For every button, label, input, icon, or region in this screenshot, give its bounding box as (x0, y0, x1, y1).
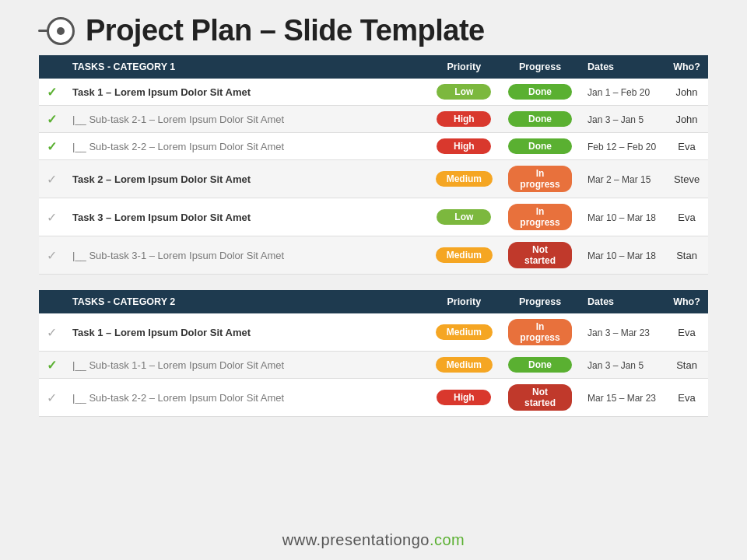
table-2: TASKS - CATEGORY 2 Priority Progress Dat… (39, 290, 708, 417)
footer: www.presentationgo.com (0, 531, 747, 549)
table-1-header-row: TASKS - CATEGORY 1 Priority Progress Dat… (39, 55, 708, 79)
check-icon-grey: ✓ (47, 211, 57, 224)
col-who-header-2: Who? (665, 290, 708, 313)
who-cell: Eva (665, 379, 708, 417)
priority-badge: Medium (436, 247, 493, 263)
task-name: Task 1 – Lorem Ipsum Dolor Sit Amet (72, 327, 251, 338)
task-name-cell: Task 1 – Lorem Ipsum Dolor Sit Amet (65, 313, 428, 352)
progress-badge: In progress (508, 204, 572, 230)
who-cell: Steve (665, 160, 708, 198)
who-text: Eva (678, 141, 695, 152)
progress-badge: Not started (508, 384, 572, 411)
dates-cell: Mar 15 – Mar 23 (580, 379, 665, 417)
who-cell: John (665, 106, 708, 133)
content: TASKS - CATEGORY 1 Priority Progress Dat… (0, 55, 747, 417)
priority-cell: High (428, 133, 500, 160)
progress-cell: Done (500, 106, 580, 133)
task-name: Task 3 – Lorem Ipsum Dolor Sit Amet (72, 212, 251, 223)
check-icon-green: ✓ (47, 140, 57, 153)
col-dates-header: Dates (580, 55, 665, 79)
progress-cell: Done (500, 79, 580, 106)
check-icon-green: ✓ (47, 86, 57, 99)
who-text: Steve (674, 173, 700, 185)
page-title: Project Plan – Slide Template (86, 14, 485, 47)
task-name-cell: |__ Sub-task 2-2 – Lorem Ipsum Dolor Sit… (65, 133, 428, 160)
check-cell: ✓ (39, 106, 65, 133)
who-cell: Stan (665, 352, 708, 379)
task-name-cell: |__ Sub-task 3-1 – Lorem Ipsum Dolor Sit… (65, 236, 428, 275)
task-name-cell: Task 2 – Lorem Ipsum Dolor Sit Amet (65, 160, 428, 198)
table-section-1: TASKS - CATEGORY 1 Priority Progress Dat… (39, 55, 708, 275)
table-row: ✓Task 2 – Lorem Ipsum Dolor Sit AmetMedi… (39, 160, 708, 198)
dates-text: Jan 3 – Jan 5 (587, 114, 644, 125)
progress-badge: Done (508, 138, 572, 154)
task-name-cell: |__ Sub-task 2-2 – Lorem Ipsum Dolor Sit… (65, 379, 428, 417)
progress-cell: In progress (500, 198, 580, 236)
col-task-header-2: TASKS - CATEGORY 2 (65, 290, 428, 313)
progress-cell: Done (500, 133, 580, 160)
priority-badge: Medium (436, 357, 493, 373)
col-who-header: Who? (665, 55, 708, 79)
check-cell: ✓ (39, 79, 65, 106)
who-text: Stan (676, 359, 697, 371)
dates-text: Jan 3 – Jan 5 (587, 360, 644, 371)
table-row: ✓|__ Sub-task 2-2 – Lorem Ipsum Dolor Si… (39, 133, 708, 160)
dates-cell: Jan 1 – Feb 20 (580, 79, 665, 106)
check-cell: ✓ (39, 198, 65, 236)
dates-cell: Jan 3 – Jan 5 (580, 352, 665, 379)
check-icon-grey: ✓ (47, 326, 57, 339)
dates-text: Mar 15 – Mar 23 (587, 393, 656, 404)
col-check-header (39, 55, 65, 79)
col-dates-header-2: Dates (580, 290, 665, 313)
priority-cell: Medium (428, 160, 500, 198)
table-row: ✓Task 3 – Lorem Ipsum Dolor Sit AmetLowI… (39, 198, 708, 236)
progress-badge: Done (508, 357, 572, 373)
col-check-header-2 (39, 290, 65, 313)
check-cell: ✓ (39, 133, 65, 160)
table-row: ✓|__ Sub-task 1-1 – Lorem Ipsum Dolor Si… (39, 352, 708, 379)
table-row: ✓|__ Sub-task 3-1 – Lorem Ipsum Dolor Si… (39, 236, 708, 275)
priority-badge: Low (437, 84, 491, 100)
priority-cell: High (428, 106, 500, 133)
table-row: ✓|__ Sub-task 2-1 – Lorem Ipsum Dolor Si… (39, 106, 708, 133)
priority-badge: Medium (436, 324, 493, 340)
progress-badge: Done (508, 111, 572, 127)
progress-badge: In progress (508, 166, 572, 192)
table-row: ✓Task 1 – Lorem Ipsum Dolor Sit AmetMedi… (39, 313, 708, 352)
who-text: Eva (678, 392, 695, 404)
progress-cell: Not started (500, 379, 580, 417)
progress-badge: Done (508, 84, 572, 100)
check-cell: ✓ (39, 313, 65, 352)
who-text: Eva (678, 212, 695, 223)
task-name: Task 2 – Lorem Ipsum Dolor Sit Amet (72, 173, 251, 185)
priority-badge: High (437, 111, 491, 127)
dates-cell: Mar 10 – Mar 18 (580, 198, 665, 236)
priority-cell: Medium (428, 352, 500, 379)
col-progress-header: Progress (500, 55, 580, 79)
dates-cell: Feb 12 – Feb 20 (580, 133, 665, 160)
col-priority-header-2: Priority (428, 290, 500, 313)
task-name: Task 1 – Lorem Ipsum Dolor Sit Amet (72, 86, 251, 98)
dates-text: Mar 2 – Mar 15 (587, 174, 651, 185)
progress-cell: In progress (500, 313, 580, 352)
check-cell: ✓ (39, 160, 65, 198)
footer-text: www.presentationgo.com (282, 531, 465, 548)
task-name: |__ Sub-task 3-1 – Lorem Ipsum Dolor Sit… (72, 250, 284, 261)
dates-cell: Jan 3 – Jan 5 (580, 106, 665, 133)
table-section-2: TASKS - CATEGORY 2 Priority Progress Dat… (39, 290, 708, 417)
task-name: |__ Sub-task 2-2 – Lorem Ipsum Dolor Sit… (72, 141, 284, 152)
check-icon-grey: ✓ (47, 249, 57, 262)
check-icon-green: ✓ (47, 359, 57, 372)
priority-cell: High (428, 379, 500, 417)
task-name-cell: |__ Sub-task 2-1 – Lorem Ipsum Dolor Sit… (65, 106, 428, 133)
who-text: John (675, 114, 697, 125)
progress-badge: Not started (508, 242, 572, 268)
dates-cell: Mar 10 – Mar 18 (580, 236, 665, 275)
check-cell: ✓ (39, 236, 65, 275)
priority-badge: Low (437, 209, 491, 225)
task-name: |__ Sub-task 2-1 – Lorem Ipsum Dolor Sit… (72, 114, 284, 125)
page: Project Plan – Slide Template TASKS - CA… (0, 0, 747, 560)
who-text: Stan (676, 250, 697, 261)
header: Project Plan – Slide Template (0, 0, 747, 55)
col-progress-header-2: Progress (500, 290, 580, 313)
